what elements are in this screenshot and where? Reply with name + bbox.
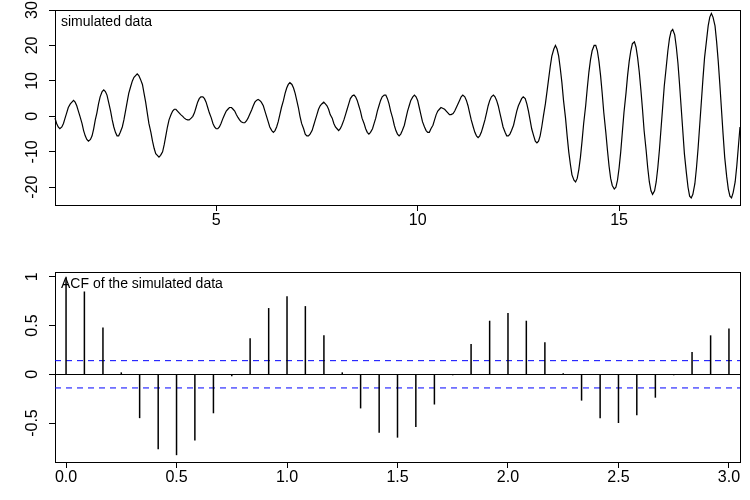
xtick-label: 3.0 bbox=[718, 468, 740, 485]
ytick-label: -0.5 bbox=[23, 409, 40, 437]
top-plot: simulated data-20-10010203051015 bbox=[23, 1, 740, 228]
bottom-plot: ACF of the simulated data-0.500.510.00.5… bbox=[23, 272, 740, 485]
series-line bbox=[55, 14, 740, 198]
xtick-label: 15 bbox=[610, 211, 628, 228]
xtick-label: 0.0 bbox=[55, 468, 77, 485]
xtick-label: 2.5 bbox=[607, 468, 629, 485]
ytick-label: -20 bbox=[23, 176, 40, 199]
xtick-label: 0.5 bbox=[165, 468, 187, 485]
svg-rect-0 bbox=[55, 10, 740, 205]
ytick-label: 1 bbox=[23, 272, 40, 281]
ytick-label: 0.5 bbox=[23, 314, 40, 336]
xtick-label: 10 bbox=[409, 211, 427, 228]
xtick-label: 1.5 bbox=[386, 468, 408, 485]
xtick-label: 2.0 bbox=[497, 468, 519, 485]
ytick-label: -10 bbox=[23, 140, 40, 163]
ytick-label: 10 bbox=[23, 72, 40, 90]
figure: simulated data-20-10010203051015ACF of t… bbox=[0, 0, 750, 500]
plot-title: simulated data bbox=[61, 13, 152, 29]
ytick-label: 30 bbox=[23, 1, 40, 19]
xtick-label: 5 bbox=[212, 211, 221, 228]
xtick-label: 1.0 bbox=[276, 468, 298, 485]
ytick-label: 0 bbox=[23, 112, 40, 121]
ytick-label: 0 bbox=[23, 370, 40, 379]
ytick-label: 20 bbox=[23, 36, 40, 54]
plot-title: ACF of the simulated data bbox=[61, 275, 223, 291]
